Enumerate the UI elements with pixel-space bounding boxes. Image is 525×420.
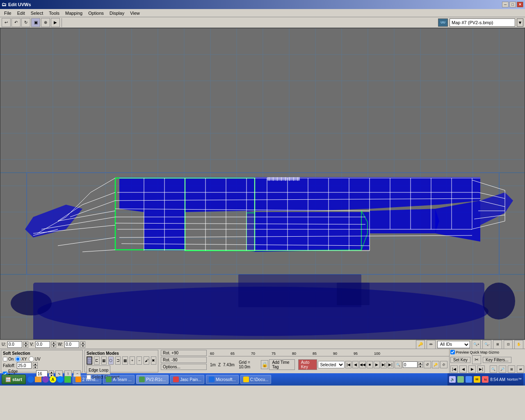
prev-btn2[interactable]: ◀ xyxy=(459,365,467,373)
paint-deselect-btn[interactable]: ✖ xyxy=(151,356,156,365)
zoom-in-btn[interactable]: 🔍+ xyxy=(472,340,481,349)
menu-edit[interactable]: Edit xyxy=(15,10,27,16)
timeconfig-btn[interactable]: ⏱ xyxy=(440,361,447,368)
new-button[interactable]: ↩ xyxy=(2,18,11,27)
next-btn2[interactable]: ▶| xyxy=(477,365,485,373)
move-btn[interactable]: ⊕ xyxy=(41,18,50,27)
uv-radio[interactable]: UV xyxy=(29,356,41,362)
msn-icon[interactable] xyxy=(57,376,64,383)
zoom3-btn[interactable]: 🔎 xyxy=(499,365,506,373)
u-spin-down[interactable]: ▼ xyxy=(23,345,28,348)
menu-display[interactable]: Display xyxy=(107,10,127,16)
falloff-spin-down[interactable]: ▼ xyxy=(33,365,38,369)
aim-icon[interactable]: A xyxy=(50,376,56,383)
maximize-button[interactable]: □ xyxy=(509,2,516,7)
update-button[interactable]: ↻ xyxy=(21,18,30,27)
setkey-btn[interactable]: Set Key xyxy=(450,357,470,363)
face2-mode-btn[interactable]: ▩ xyxy=(122,356,128,365)
play-fwd-btn[interactable]: ▶ xyxy=(374,361,380,368)
v-spinner[interactable]: ▲ ▼ xyxy=(51,341,56,348)
soft-on-check[interactable] xyxy=(3,357,7,361)
media-icon[interactable] xyxy=(42,376,49,383)
frame-spin-up[interactable]: ▲ xyxy=(418,361,423,365)
main-viewport[interactable] xyxy=(0,28,525,340)
taskbar-cdocu[interactable]: C:\Docu... xyxy=(240,375,271,384)
ed-spin-up[interactable]: ▲ xyxy=(49,370,54,374)
undo-button[interactable]: ↶ xyxy=(11,18,21,27)
zoom-out-btn[interactable]: 🔍- xyxy=(482,340,491,349)
v-spin-down[interactable]: ▼ xyxy=(51,345,56,348)
folder-icon[interactable] xyxy=(35,377,41,382)
pen-icon[interactable]: ✏ xyxy=(427,340,436,349)
xy-radio-input[interactable] xyxy=(15,356,21,362)
play-btn2[interactable]: ▶ xyxy=(468,365,476,373)
v-input[interactable] xyxy=(35,341,50,348)
close-button[interactable]: ✕ xyxy=(517,2,523,7)
region-fit-btn[interactable]: ⊡ xyxy=(504,340,513,349)
tray-icon-3[interactable] xyxy=(466,376,472,383)
back-btn2[interactable]: |◀ xyxy=(450,365,458,373)
options-btn[interactable]: Options... xyxy=(161,364,207,370)
falloff-input[interactable] xyxy=(17,362,32,369)
next-frame-btn[interactable]: ▶| xyxy=(381,361,387,368)
menu-tools[interactable]: Tools xyxy=(46,10,62,16)
face-mode-btn[interactable]: ▦ xyxy=(101,356,107,365)
taskbar-2wind[interactable]: 2 Wind... xyxy=(73,375,101,384)
start-button[interactable]: 🪟 start xyxy=(2,374,26,384)
tray-icon-5[interactable]: N xyxy=(482,376,488,383)
w-spinner[interactable]: ▲ ▼ xyxy=(80,341,85,348)
ie-icon[interactable] xyxy=(27,376,34,383)
w-input[interactable] xyxy=(64,341,79,348)
go-end-btn[interactable]: ▶| xyxy=(388,361,394,368)
minimize-button[interactable]: ─ xyxy=(502,2,509,7)
edge2-mode-btn[interactable]: ⊐ xyxy=(115,356,121,365)
lock-icon[interactable]: 🔑 xyxy=(416,340,425,349)
menu-mapping[interactable]: Mapping xyxy=(63,10,85,16)
pan-btn[interactable]: ✋ xyxy=(514,340,523,349)
menu-file[interactable]: File xyxy=(2,10,14,16)
frame-spinner[interactable]: ▲ ▼ xyxy=(418,361,423,368)
edge-mode-btn[interactable]: ⊏ xyxy=(94,356,99,365)
autokey-btn[interactable]: Auto Key xyxy=(298,359,317,370)
key-filters-btn[interactable]: Key Filters... xyxy=(483,357,511,363)
menu-view[interactable]: View xyxy=(128,10,142,16)
frame-spin-down[interactable]: ▼ xyxy=(418,365,423,368)
prev-frame-btn[interactable]: ◀ xyxy=(352,361,358,368)
vertex2-mode-btn[interactable]: ⬡ xyxy=(108,356,114,365)
w-spin-up[interactable]: ▲ xyxy=(80,341,85,345)
tray-icon-4[interactable]: ✉ xyxy=(474,376,480,383)
winamp-icon[interactable] xyxy=(64,376,71,383)
ids-dropdown[interactable]: All IDs xyxy=(437,341,470,348)
flip-btn[interactable]: ⇄ xyxy=(517,365,524,373)
selected-dropdown[interactable]: Selected xyxy=(318,361,345,368)
xy-radio[interactable]: XY xyxy=(15,356,27,362)
tray-icon-1[interactable]: 🔊 xyxy=(449,376,456,383)
tray-icon-2[interactable] xyxy=(457,376,464,383)
uv-radio-input[interactable] xyxy=(29,356,34,362)
fit2-btn[interactable]: ⊞ xyxy=(508,365,515,373)
keymode-btn[interactable]: 🔑 xyxy=(432,361,439,368)
play-rev-btn[interactable]: ◀◀ xyxy=(359,361,366,368)
u-spinner[interactable]: ▲ ▼ xyxy=(23,341,28,348)
go-start-btn[interactable]: |◀ xyxy=(345,361,352,368)
soft-on-checkbox[interactable]: On xyxy=(3,357,14,361)
map-dropdown-arrow[interactable]: ▼ xyxy=(517,18,523,27)
taskbar-ateam[interactable]: A-Team ... xyxy=(103,375,135,384)
vertex-mode-btn[interactable]: ⬚ xyxy=(87,356,92,365)
v-spin-up[interactable]: ▲ xyxy=(51,341,56,345)
select-btn[interactable]: ▣ xyxy=(31,18,40,27)
rot-minus90-btn[interactable]: Rot. -90 xyxy=(161,357,207,363)
add-time-tag-btn[interactable]: Add Time Tag xyxy=(269,359,295,370)
u-input[interactable] xyxy=(7,341,22,348)
zoom-anim-btn[interactable]: 🔍 xyxy=(395,361,402,368)
plus-btn[interactable]: + xyxy=(130,356,135,365)
lock-btn[interactable]: 🔒 xyxy=(261,360,268,369)
fit-btn[interactable]: ⊞ xyxy=(493,340,502,349)
w-spin-down[interactable]: ▼ xyxy=(80,345,85,348)
frame-input[interactable] xyxy=(403,361,418,368)
edge-loop-btn[interactable]: Edge Loop xyxy=(87,365,110,374)
play-btn-t[interactable]: ▶ xyxy=(51,18,60,27)
minus-btn[interactable]: − xyxy=(137,356,142,365)
taskbar-ms[interactable]: Microsoft... xyxy=(206,375,239,384)
loop-btn[interactable]: ↺ xyxy=(424,361,431,368)
